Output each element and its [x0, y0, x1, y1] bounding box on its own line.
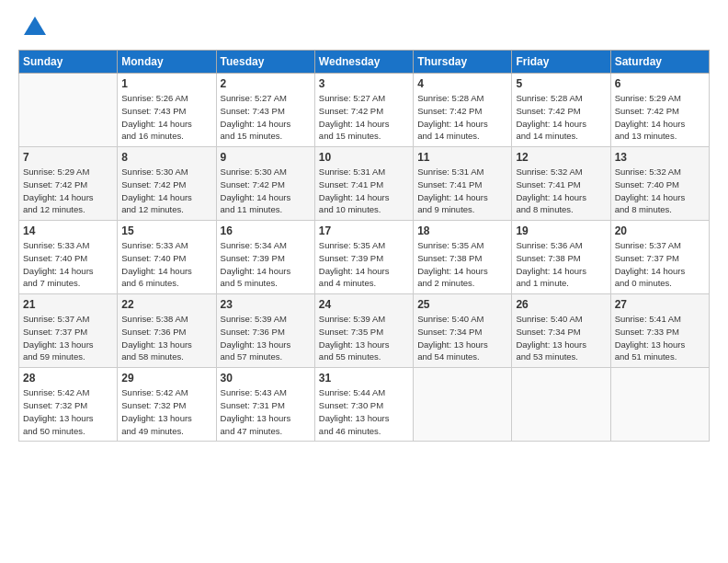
- calendar-cell: 2Sunrise: 5:27 AM Sunset: 7:43 PM Daylig…: [216, 74, 314, 147]
- calendar-cell: [414, 368, 512, 442]
- day-number: 2: [221, 77, 311, 90]
- calendar-cell: 9Sunrise: 5:30 AM Sunset: 7:42 PM Daylig…: [216, 147, 314, 221]
- day-number: 15: [121, 224, 211, 237]
- calendar-table: SundayMondayTuesdayWednesdayThursdayFrid…: [18, 50, 710, 442]
- day-info: Sunrise: 5:33 AM Sunset: 7:40 PM Dayligh…: [121, 239, 211, 290]
- week-row-2: 7Sunrise: 5:29 AM Sunset: 7:42 PM Daylig…: [19, 147, 710, 221]
- day-header-tuesday: Tuesday: [216, 51, 314, 74]
- day-number: 13: [615, 151, 705, 164]
- day-info: Sunrise: 5:30 AM Sunset: 7:42 PM Dayligh…: [121, 166, 211, 216]
- day-info: Sunrise: 5:41 AM Sunset: 7:33 PM Dayligh…: [615, 313, 705, 363]
- calendar-cell: 1Sunrise: 5:26 AM Sunset: 7:43 PM Daylig…: [118, 74, 216, 147]
- day-info: Sunrise: 5:29 AM Sunset: 7:42 PM Dayligh…: [23, 166, 113, 216]
- day-info: Sunrise: 5:35 AM Sunset: 7:39 PM Dayligh…: [319, 239, 409, 290]
- day-number: 27: [615, 298, 705, 311]
- day-number: 21: [23, 298, 113, 311]
- calendar-cell: [19, 74, 118, 147]
- calendar-cell: [610, 368, 709, 442]
- day-number: 24: [319, 298, 409, 311]
- day-info: Sunrise: 5:27 AM Sunset: 7:42 PM Dayligh…: [319, 92, 409, 143]
- calendar-cell: 3Sunrise: 5:27 AM Sunset: 7:42 PM Daylig…: [314, 74, 413, 147]
- calendar-cell: 23Sunrise: 5:39 AM Sunset: 7:36 PM Dayli…: [216, 294, 314, 368]
- calendar-cell: 5Sunrise: 5:28 AM Sunset: 7:42 PM Daylig…: [512, 74, 610, 147]
- calendar-cell: [512, 368, 610, 442]
- day-info: Sunrise: 5:36 AM Sunset: 7:38 PM Dayligh…: [516, 239, 606, 290]
- week-row-3: 14Sunrise: 5:33 AM Sunset: 7:40 PM Dayli…: [19, 221, 710, 294]
- day-number: 11: [417, 151, 507, 164]
- day-info: Sunrise: 5:29 AM Sunset: 7:42 PM Dayligh…: [615, 92, 705, 143]
- day-info: Sunrise: 5:42 AM Sunset: 7:32 PM Dayligh…: [23, 386, 113, 437]
- calendar-cell: 29Sunrise: 5:42 AM Sunset: 7:32 PM Dayli…: [118, 368, 216, 442]
- day-info: Sunrise: 5:39 AM Sunset: 7:35 PM Dayligh…: [319, 313, 409, 363]
- day-info: Sunrise: 5:31 AM Sunset: 7:41 PM Dayligh…: [319, 166, 409, 216]
- day-number: 25: [417, 298, 507, 311]
- week-row-1: 1Sunrise: 5:26 AM Sunset: 7:43 PM Daylig…: [19, 74, 710, 147]
- day-number: 19: [516, 224, 606, 237]
- day-info: Sunrise: 5:38 AM Sunset: 7:36 PM Dayligh…: [121, 313, 211, 363]
- day-number: 6: [615, 77, 705, 90]
- day-number: 1: [121, 77, 211, 90]
- calendar-cell: 26Sunrise: 5:40 AM Sunset: 7:34 PM Dayli…: [512, 294, 610, 368]
- day-info: Sunrise: 5:37 AM Sunset: 7:37 PM Dayligh…: [615, 239, 705, 290]
- day-info: Sunrise: 5:40 AM Sunset: 7:34 PM Dayligh…: [516, 313, 606, 363]
- calendar-cell: 19Sunrise: 5:36 AM Sunset: 7:38 PM Dayli…: [512, 221, 610, 294]
- day-info: Sunrise: 5:31 AM Sunset: 7:41 PM Dayligh…: [417, 166, 507, 216]
- calendar-cell: 8Sunrise: 5:30 AM Sunset: 7:42 PM Daylig…: [118, 147, 216, 221]
- day-info: Sunrise: 5:34 AM Sunset: 7:39 PM Dayligh…: [221, 239, 311, 290]
- calendar-cell: 18Sunrise: 5:35 AM Sunset: 7:38 PM Dayli…: [414, 221, 512, 294]
- day-number: 3: [319, 77, 409, 90]
- day-info: Sunrise: 5:27 AM Sunset: 7:43 PM Dayligh…: [221, 92, 311, 143]
- day-info: Sunrise: 5:28 AM Sunset: 7:42 PM Dayligh…: [516, 92, 606, 143]
- day-number: 18: [417, 224, 507, 237]
- day-info: Sunrise: 5:39 AM Sunset: 7:36 PM Dayligh…: [221, 313, 311, 363]
- day-header-thursday: Thursday: [414, 51, 512, 74]
- logo: [18, 15, 48, 40]
- day-info: Sunrise: 5:32 AM Sunset: 7:41 PM Dayligh…: [516, 166, 606, 216]
- day-header-wednesday: Wednesday: [314, 51, 413, 74]
- calendar-cell: 11Sunrise: 5:31 AM Sunset: 7:41 PM Dayli…: [414, 147, 512, 221]
- day-header-friday: Friday: [512, 51, 610, 74]
- day-header-saturday: Saturday: [610, 51, 709, 74]
- day-number: 8: [121, 151, 211, 164]
- day-header-sunday: Sunday: [19, 51, 118, 74]
- calendar-cell: 17Sunrise: 5:35 AM Sunset: 7:39 PM Dayli…: [314, 221, 413, 294]
- svg-marker-0: [24, 17, 46, 35]
- day-number: 4: [417, 77, 507, 90]
- calendar-cell: 20Sunrise: 5:37 AM Sunset: 7:37 PM Dayli…: [610, 221, 709, 294]
- day-number: 20: [615, 224, 705, 237]
- day-header-monday: Monday: [118, 51, 216, 74]
- day-info: Sunrise: 5:42 AM Sunset: 7:32 PM Dayligh…: [121, 386, 211, 437]
- week-row-5: 28Sunrise: 5:42 AM Sunset: 7:32 PM Dayli…: [19, 368, 710, 442]
- day-info: Sunrise: 5:44 AM Sunset: 7:30 PM Dayligh…: [319, 386, 409, 437]
- logo-icon: [22, 15, 48, 40]
- calendar-cell: 14Sunrise: 5:33 AM Sunset: 7:40 PM Dayli…: [19, 221, 118, 294]
- header: [18, 15, 710, 40]
- day-number: 26: [516, 298, 606, 311]
- day-number: 5: [516, 77, 606, 90]
- day-info: Sunrise: 5:37 AM Sunset: 7:37 PM Dayligh…: [23, 313, 113, 363]
- day-info: Sunrise: 5:30 AM Sunset: 7:42 PM Dayligh…: [221, 166, 311, 216]
- header-row: SundayMondayTuesdayWednesdayThursdayFrid…: [19, 51, 710, 74]
- day-number: 16: [221, 224, 311, 237]
- day-info: Sunrise: 5:26 AM Sunset: 7:43 PM Dayligh…: [121, 92, 211, 143]
- calendar-cell: 16Sunrise: 5:34 AM Sunset: 7:39 PM Dayli…: [216, 221, 314, 294]
- day-info: Sunrise: 5:32 AM Sunset: 7:40 PM Dayligh…: [615, 166, 705, 216]
- day-number: 31: [319, 372, 409, 385]
- day-info: Sunrise: 5:43 AM Sunset: 7:31 PM Dayligh…: [221, 386, 311, 437]
- calendar-cell: 22Sunrise: 5:38 AM Sunset: 7:36 PM Dayli…: [118, 294, 216, 368]
- day-info: Sunrise: 5:33 AM Sunset: 7:40 PM Dayligh…: [23, 239, 113, 290]
- calendar-cell: 31Sunrise: 5:44 AM Sunset: 7:30 PM Dayli…: [314, 368, 413, 442]
- day-number: 22: [121, 298, 211, 311]
- calendar-cell: 27Sunrise: 5:41 AM Sunset: 7:33 PM Dayli…: [610, 294, 709, 368]
- day-info: Sunrise: 5:28 AM Sunset: 7:42 PM Dayligh…: [417, 92, 507, 143]
- calendar-cell: 28Sunrise: 5:42 AM Sunset: 7:32 PM Dayli…: [19, 368, 118, 442]
- calendar-cell: 21Sunrise: 5:37 AM Sunset: 7:37 PM Dayli…: [19, 294, 118, 368]
- day-number: 7: [23, 151, 113, 164]
- calendar-cell: 12Sunrise: 5:32 AM Sunset: 7:41 PM Dayli…: [512, 147, 610, 221]
- day-number: 23: [221, 298, 311, 311]
- calendar-cell: 25Sunrise: 5:40 AM Sunset: 7:34 PM Dayli…: [414, 294, 512, 368]
- calendar-cell: 4Sunrise: 5:28 AM Sunset: 7:42 PM Daylig…: [414, 74, 512, 147]
- page: SundayMondayTuesdayWednesdayThursdayFrid…: [0, 0, 728, 563]
- week-row-4: 21Sunrise: 5:37 AM Sunset: 7:37 PM Dayli…: [19, 294, 710, 368]
- day-number: 12: [516, 151, 606, 164]
